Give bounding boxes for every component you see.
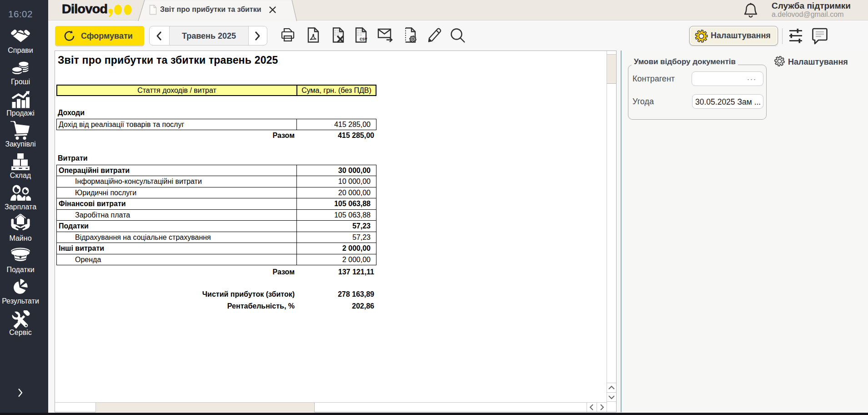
svg-text:csv: csv [360, 36, 367, 41]
